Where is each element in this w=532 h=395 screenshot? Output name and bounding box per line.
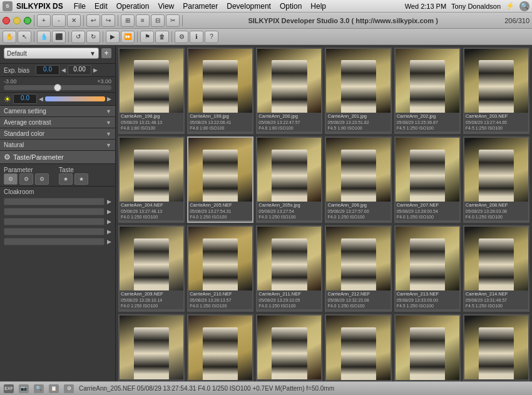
status-icon-gear[interactable]: ⚙ — [64, 384, 74, 393]
thumbnail-item-18[interactable]: CarrieAnn_215.NEF 05/08/29 13:32:11.37 F… — [118, 314, 185, 381]
param-icon-3[interactable]: ⚙ — [35, 173, 49, 185]
menu-file[interactable]: File — [69, 0, 90, 13]
cloak-arrow-1[interactable]: ▶ — [107, 198, 111, 205]
thumbnail-item-8[interactable]: CarrieAnn_205s.jpg 05/08/29 13:27:54 F4.… — [256, 136, 322, 223]
thumbnail-item-7[interactable]: CarrieAnn_205.NEF 05/08/29 13:27:54.31 F… — [187, 136, 253, 223]
menu-option[interactable]: Option — [275, 0, 306, 13]
tb2-rotate-cw[interactable]: ↻ — [86, 31, 100, 43]
tb2-help[interactable]: ? — [205, 31, 218, 43]
wb-arrow-icon[interactable]: ◀ — [39, 96, 43, 102]
tb-traffic-green[interactable] — [24, 17, 31, 24]
tb2-hand[interactable]: ✋ — [3, 31, 16, 43]
tb-close[interactable]: ✕ — [67, 14, 81, 27]
thumbnail-item-3[interactable]: CarrieAnn_201.jpg 05/08/29 13:23:51.82 F… — [325, 48, 391, 134]
thumbnail-item-2[interactable]: CarrieAnn_200.jpg 05/08/29 13:22:47.57 F… — [256, 48, 322, 134]
thumbnail-item-16[interactable]: CarrieAnn_213.NEF 05/08/29 13:33:09.00 F… — [394, 225, 461, 312]
thumbnail-item-0[interactable]: CarrieAnn_198.jpg 05/08/29 13:21:48.13 F… — [118, 48, 185, 134]
thumbnail-item-12[interactable]: CarrieAnn_209.NEF 05/08/29 13:28:10.14 F… — [118, 225, 185, 312]
thumbnail-item-1[interactable]: CarrieAnn_199.jpg 05/08/29 13:22:06.41 F… — [187, 48, 253, 134]
spotlight-icon[interactable]: 🔍 — [519, 1, 529, 11]
cloak-bar-5[interactable] — [4, 238, 105, 245]
thumbnail-item-5[interactable]: CarrieAnn_203.NEF 05/08/29 13:27:44.65 F… — [463, 48, 529, 134]
thumbnail-grid-area[interactable]: CarrieAnn_198.jpg 05/08/29 13:21:48.13 F… — [116, 45, 532, 381]
tb-compare[interactable]: ⊟ — [151, 14, 165, 27]
tb2-wbpick[interactable]: ⬛ — [52, 31, 66, 43]
arrow-left-icon[interactable]: ◀ — [61, 67, 66, 73]
thumbnail-item-17[interactable]: CarrieAnn_214.NEF 05/08/29 13:31:48.57 F… — [463, 225, 529, 312]
status-icon-exf[interactable]: EXF — [4, 384, 14, 393]
param-icon-1[interactable]: ⚙ — [4, 173, 18, 185]
thumbnail-item-10[interactable]: CarrieAnn_207.NEF 05/08/29 13:28:00.54 F… — [394, 136, 461, 223]
thumb-image-2 — [257, 49, 321, 113]
taste-icon-2[interactable]: ★ — [74, 173, 88, 185]
thumbnail-item-15[interactable]: CarrieAnn_212.NEF 05/08/29 13:32:23.08 F… — [325, 225, 391, 312]
thumbnail-item-4[interactable]: CarrieAnn_202.jpg 05/08/29 13:25:36.87 F… — [394, 48, 461, 134]
exp-bias-input[interactable]: 0.0 — [36, 65, 59, 75]
menu-parameter[interactable]: Parameter — [178, 0, 222, 13]
thumbnail-item-19[interactable]: CarrieAnn_216.NEF 05/08/29 13:32:13.58 F… — [187, 314, 253, 381]
thumbnail-item-6[interactable]: CarrieAnn_204.NEF 05/08/29 13:27:48.13 F… — [118, 136, 185, 223]
tb2-delete[interactable]: 🗑 — [155, 31, 169, 43]
cloak-arrow-3[interactable]: ▶ — [107, 218, 111, 225]
menu-view[interactable]: View — [153, 0, 178, 13]
exp-slider[interactable] — [4, 85, 111, 90]
tb2-batch[interactable]: ⏩ — [121, 31, 135, 43]
camera-setting-dropdown[interactable]: Camera setting ▼ — [0, 106, 115, 117]
tb2-cursor[interactable]: ↖ — [18, 31, 31, 43]
wb-temp-bar[interactable] — [45, 96, 105, 101]
tb-zoom-in[interactable]: + — [37, 14, 51, 27]
thumbnail-item-21[interactable]: CarrieAnn_218.NEF 05/08/29 13:33:15.87 F… — [325, 314, 391, 381]
thumbnail-item-22[interactable]: CarrieAnn_219.NEF 05/08/29 13:33:30.47 F… — [394, 314, 461, 381]
tb-traffic-red[interactable] — [3, 17, 10, 24]
thumbnail-item-13[interactable]: CarrieAnn_210.NEF 05/08/29 13:28:13.57 F… — [187, 225, 253, 312]
arrow-right-icon[interactable]: ▶ — [93, 67, 98, 73]
wb-arrow-right-icon[interactable]: ▶ — [107, 96, 111, 102]
thumbnail-item-9[interactable]: CarrieAnn_206.jpg 05/08/29 13:27:57.00 F… — [325, 136, 391, 223]
tb-traffic-yellow[interactable] — [13, 17, 21, 24]
menu-edit[interactable]: Edit — [90, 0, 112, 13]
cloak-bar-1[interactable] — [4, 198, 105, 205]
tb-undo[interactable]: ↩ — [86, 14, 100, 27]
taste-icon-1[interactable]: ★ — [59, 173, 73, 185]
tb-redo[interactable]: ↪ — [101, 14, 115, 27]
add-preset-button[interactable]: + — [101, 48, 111, 58]
wb-row: ☀ 0.0 ◀ ▶ — [0, 93, 115, 106]
cloak-arrow-2[interactable]: ▶ — [107, 208, 111, 215]
contrast-dropdown[interactable]: Average contrast ▼ — [0, 117, 115, 128]
status-icon-camera[interactable]: 📷 — [19, 384, 29, 393]
cloak-bar-3[interactable] — [4, 218, 105, 225]
menu-development[interactable]: Development — [222, 0, 275, 13]
menu-help[interactable]: Help — [306, 0, 330, 13]
tb2-settings[interactable]: ⚙ — [175, 31, 188, 43]
tb2-info[interactable]: ℹ — [190, 31, 203, 43]
tb2-eyedrop[interactable]: 💧 — [37, 31, 51, 43]
exp-bias-row: Exp. bias 0.0 ◀ 0.00 ▶ — [0, 64, 115, 77]
natural-dropdown[interactable]: Natural ▼ — [0, 140, 115, 151]
tb-list[interactable]: ≡ — [136, 14, 150, 27]
tb2-develop[interactable]: ▶ — [106, 31, 120, 43]
tb-grid[interactable]: ⊞ — [121, 14, 135, 27]
color-dropdown[interactable]: Standard color ▼ — [0, 128, 115, 140]
cloak-bar-4[interactable] — [4, 228, 105, 235]
exp-bias-input2[interactable]: 0.00 — [68, 65, 91, 75]
thumb-image-16 — [396, 227, 459, 290]
thumbnail-item-23[interactable]: CarrieAnn_220.NEF 05/08/29 13:32:41 F4.5… — [463, 314, 529, 381]
cloak-bar-2[interactable] — [4, 208, 105, 215]
tb2-flag[interactable]: ⚑ — [140, 31, 154, 43]
menu-operation[interactable]: Operation — [112, 0, 154, 13]
tb-crop[interactable]: ✂ — [166, 14, 180, 27]
cloak-arrow-5[interactable]: ▶ — [107, 239, 111, 245]
tb-zoom-out[interactable]: - — [52, 14, 66, 27]
param-icon-2[interactable]: ⚙ — [19, 173, 33, 185]
slider-thumb[interactable] — [54, 84, 61, 91]
wb-input[interactable]: 0.0 — [13, 94, 37, 104]
tb2-rotate-ccw[interactable]: ↺ — [71, 31, 85, 43]
thumbnail-item-20[interactable]: CarrieAnn_217.NEF 05/08/29 13:33:12.87 F… — [256, 314, 322, 381]
status-icon-clipboard[interactable]: 📋 — [49, 384, 59, 393]
status-icon-zoom[interactable]: 🔍 — [34, 384, 44, 393]
cloak-arrow-4[interactable]: ▶ — [107, 228, 111, 235]
thumbnail-item-14[interactable]: CarrieAnn_211.NEF 05/08/29 13:29:10.05 F… — [256, 225, 322, 312]
thumb-image-19 — [188, 315, 252, 379]
thumbnail-item-11[interactable]: CarrieAnn_208.NEF 05/08/29 13:28:03.08 F… — [463, 136, 529, 223]
preset-dropdown[interactable]: Default ▼ — [4, 48, 99, 59]
